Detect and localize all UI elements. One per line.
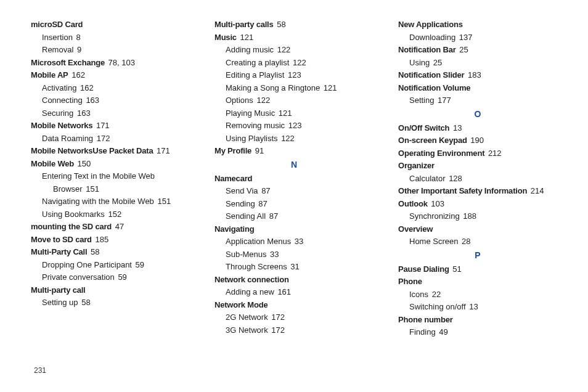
- index-entry-text: Finding: [409, 327, 436, 337]
- index-entry: Playing Music 121: [214, 107, 374, 120]
- index-entry-page: 214: [528, 186, 544, 195]
- index-entry: Using 25: [398, 57, 557, 69]
- index-entry-text: 3G Network: [226, 325, 268, 335]
- index-entry: Multi-party calls 58: [214, 18, 374, 31]
- index-entry: Activating 162: [31, 82, 190, 94]
- index-entry: Notification Bar 25: [398, 44, 557, 56]
- index-entry: Network connection: [214, 274, 374, 286]
- index-entry: Move to SD card 185: [31, 234, 190, 246]
- index-entry-text: Browser: [53, 184, 83, 194]
- index-entry-page: 58: [80, 298, 91, 307]
- index-entry-text: Network connection: [214, 275, 289, 284]
- index-entry-page: 25: [431, 58, 442, 67]
- index-entry: Removal 9: [31, 44, 190, 56]
- index-entry: Downloading 137: [398, 31, 557, 44]
- index-entry-page: 28: [459, 237, 470, 246]
- index-entry: Browser 151: [31, 183, 190, 195]
- index-entry-text: Multi-party calls: [214, 20, 274, 29]
- index-entry-text: Outlook: [398, 199, 428, 208]
- index-entry: Calculator 128: [398, 173, 557, 185]
- index-entry: Notification Slider 183: [398, 69, 557, 81]
- index-entry-text: Pause Dialing: [398, 264, 449, 274]
- index-entry-page: 87: [267, 211, 278, 221]
- index-entry-text: Application Menus: [226, 237, 291, 246]
- index-entry: Namecard: [214, 173, 374, 185]
- index-entry-page: 177: [435, 96, 451, 105]
- index-entry-text: Multi-Party Call: [31, 247, 87, 256]
- index-entry: Insertion 8: [31, 31, 190, 44]
- index-entry: Navigating: [214, 223, 374, 235]
- index-entry-text: Network Mode: [214, 300, 267, 309]
- index-entry: Mobile NetworksUse Packet Data 171: [31, 145, 190, 157]
- index-entry: Operating Environment 212: [398, 147, 557, 160]
- index-entry: Mobile Networks 171: [31, 120, 190, 132]
- index-column-3: New ApplicationsDownloading 137Notificat…: [398, 18, 557, 364]
- index-entry-page: 122: [290, 58, 306, 67]
- index-entry-text: Through Screens: [226, 262, 287, 271]
- index-entry-text: On/Off Switch: [398, 123, 449, 133]
- index-entry-page: 172: [94, 134, 110, 143]
- index-entry-text: New Applications: [398, 20, 463, 29]
- index-entry: Creating a playlist 122: [214, 57, 374, 69]
- index-entry-text: Other Important Safety Information: [398, 186, 527, 195]
- index-entry: Sub-Menus 33: [214, 248, 374, 261]
- index-entry: Mobile AP 162: [31, 69, 190, 81]
- index-entry: Send Via 87: [214, 185, 374, 197]
- index-entry-text: Multi-party call: [31, 285, 86, 295]
- index-entry: Editing a Playlist 123: [214, 69, 374, 81]
- index-entry-page: 128: [447, 174, 462, 183]
- index-entry-page: 22: [430, 290, 441, 299]
- index-entry-page: 33: [267, 250, 279, 259]
- index-entry: Adding a new 161: [214, 286, 374, 298]
- index-entry-page: 49: [437, 327, 448, 337]
- index-entry: Sending All 87: [214, 210, 374, 223]
- index-entry: Mobile Web 150: [31, 158, 190, 170]
- index-entry-page: 172: [269, 312, 285, 322]
- index-column-2: Multi-party calls 58Music 121Adding musi…: [214, 18, 374, 364]
- index-entry-text: Notification Volume: [398, 83, 470, 92]
- index-entry: Overview: [398, 223, 557, 235]
- index-entry-text: Notification Bar: [398, 45, 456, 54]
- index-entry: Icons 22: [398, 288, 557, 301]
- index-entry-text: Home Screen: [409, 237, 458, 246]
- index-entry: Securing 163: [31, 107, 190, 120]
- index-entry-page: 51: [451, 264, 462, 274]
- index-entry-text: Overview: [398, 224, 433, 234]
- index-entry-text: Microsoft Exchange: [31, 58, 105, 67]
- index-entry-text: Setting up: [42, 298, 78, 307]
- index-entry-page: 123: [285, 70, 301, 80]
- index-entry-page: 172: [269, 325, 285, 335]
- index-entry: Organizer: [398, 160, 557, 172]
- index-entry-page: 152: [106, 210, 121, 219]
- index-entry-page: 161: [276, 287, 291, 296]
- index-entry-text: Navigating with the Mobile Web: [42, 197, 154, 206]
- index-entry: Setting up 58: [31, 296, 190, 309]
- index-entry: Other Important Safety Information 214: [398, 185, 557, 197]
- index-entry-text: Sub-Menus: [226, 250, 266, 259]
- index-entry-page: 9: [75, 45, 81, 54]
- index-entry-text: Playing Music: [226, 108, 275, 118]
- index-entry-page: 25: [457, 45, 468, 54]
- index-entry-page: 78, 103: [106, 58, 135, 67]
- index-entry-page: 58: [88, 247, 99, 256]
- index-entry-text: Adding music: [226, 45, 274, 54]
- index-entry-page: 59: [116, 272, 127, 282]
- index-entry: Application Menus 33: [214, 235, 374, 248]
- index-entry-page: 122: [275, 45, 290, 54]
- index-entry-page: 8: [74, 33, 81, 42]
- index-entry-page: 162: [78, 83, 93, 92]
- index-entry-page: 171: [94, 121, 109, 130]
- index-entry-text: Entering Text in the Mobile Web: [42, 171, 155, 181]
- index-entry-page: 151: [84, 184, 99, 194]
- index-entry-page: 87: [256, 199, 267, 208]
- index-entry-text: Making a Song a Ringtone: [226, 83, 320, 92]
- index-entry-page: 122: [279, 134, 295, 143]
- index-entry-page: 31: [288, 262, 300, 271]
- section-letter: P: [398, 249, 557, 262]
- index-entry-text: Operating Environment: [398, 149, 484, 158]
- index-entry: Phone number: [398, 314, 557, 326]
- index-entry-page: 185: [93, 235, 108, 244]
- index-entry-page: 13: [451, 123, 462, 133]
- index-entry-text: Setting: [409, 96, 434, 105]
- index-entry-text: Mobile Networks: [31, 121, 92, 130]
